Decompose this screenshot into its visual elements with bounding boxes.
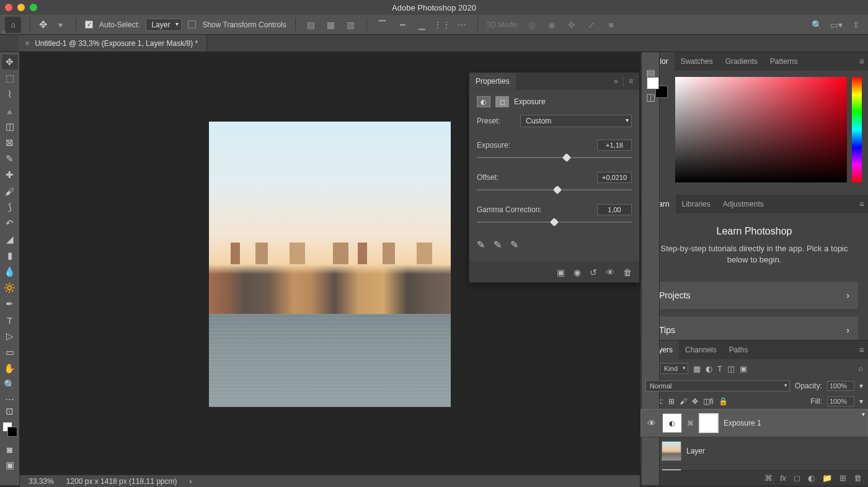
fill-value[interactable]: 100% bbox=[827, 396, 854, 406]
more-tools[interactable]: ⋯ bbox=[2, 393, 18, 404]
layer-style-icon[interactable]: fx bbox=[780, 473, 786, 483]
close-window-button[interactable] bbox=[5, 4, 12, 11]
layer-row[interactable]: 👁Layer bbox=[640, 437, 868, 465]
layer-mask-icon[interactable]: ◻ bbox=[794, 473, 800, 483]
panel-menu-icon[interactable]: ≡ bbox=[623, 77, 633, 86]
view-previous-icon[interactable]: ◉ bbox=[574, 267, 581, 277]
white-point-eyedropper-icon[interactable]: ✎ bbox=[510, 239, 518, 251]
tab-paths[interactable]: Paths bbox=[723, 341, 755, 359]
color-field[interactable] bbox=[675, 77, 847, 182]
rectangle-tool[interactable]: ▭ bbox=[2, 345, 18, 360]
filter-adjustment-icon[interactable]: ◐ bbox=[706, 364, 712, 373]
share-icon[interactable]: ⇧ bbox=[849, 18, 863, 32]
align-right-icon[interactable]: ▥ bbox=[344, 18, 358, 32]
eyedropper-tool[interactable]: ✎ bbox=[2, 151, 18, 166]
pen-tool[interactable]: ✒ bbox=[2, 297, 18, 311]
filter-type-icon[interactable]: T bbox=[717, 364, 722, 373]
marquee-tool[interactable]: ⬚ bbox=[2, 71, 18, 86]
path-select-tool[interactable]: ▷ bbox=[2, 329, 18, 344]
tab-swatches[interactable]: Swatches bbox=[675, 52, 719, 71]
move-tool-icon[interactable]: ✥ bbox=[39, 19, 47, 30]
status-zoom[interactable]: 33,33% bbox=[29, 477, 54, 486]
layer-row[interactable]: 👁◐⌘Exposure 1 bbox=[640, 409, 868, 437]
toggle-visibility-icon[interactable]: 👁 bbox=[606, 267, 614, 277]
eraser-tool[interactable]: ◢ bbox=[2, 232, 18, 247]
align-center-v-icon[interactable]: ━ bbox=[396, 18, 409, 32]
tool-preset-dropdown-icon[interactable]: ▾ bbox=[53, 18, 67, 32]
exposure-slider[interactable] bbox=[477, 154, 632, 163]
lasso-tool[interactable]: ⌇ bbox=[2, 87, 18, 102]
black-point-eyedropper-icon[interactable]: ✎ bbox=[477, 239, 485, 251]
blur-tool[interactable]: 💧 bbox=[2, 264, 18, 279]
visibility-icon[interactable]: 👁 bbox=[646, 418, 657, 428]
tab-adjustments[interactable]: Adjustments bbox=[717, 195, 770, 213]
color-panel-menu-icon[interactable]: ≡ bbox=[859, 56, 864, 66]
group-icon[interactable]: 📁 bbox=[822, 473, 832, 483]
learn-card-tips[interactable]: Tips › bbox=[650, 316, 858, 340]
link-layers-icon[interactable]: ⌘ bbox=[764, 473, 773, 483]
canvas[interactable]: Properties » ≡ ◐ ◻ Exposure Preset: Cust… bbox=[20, 52, 640, 485]
lock-artboard-icon[interactable]: ◫fi bbox=[703, 397, 714, 406]
brush-tool[interactable]: 🖌 bbox=[2, 184, 18, 199]
delete-adjustment-icon[interactable]: 🗑 bbox=[623, 267, 632, 277]
maximize-window-button[interactable] bbox=[30, 4, 37, 11]
offset-slider[interactable] bbox=[477, 187, 632, 195]
move-tool[interactable]: ✥ bbox=[2, 55, 18, 69]
clip-to-layer-icon[interactable]: ▣ bbox=[557, 267, 565, 277]
tab-libraries[interactable]: Libraries bbox=[676, 195, 717, 213]
blend-mode-dropdown[interactable]: Normal bbox=[645, 380, 790, 391]
gray-point-eyedropper-icon[interactable]: ✎ bbox=[494, 239, 502, 251]
properties-tab[interactable]: Properties bbox=[469, 73, 516, 89]
zoom-tool[interactable]: 🔍 bbox=[2, 377, 18, 392]
align-top-icon[interactable]: ▔ bbox=[376, 18, 389, 32]
quick-select-tool[interactable]: ⟁ bbox=[2, 103, 18, 118]
filter-pixel-icon[interactable]: ▦ bbox=[693, 364, 701, 373]
screen-mode-tool[interactable]: ▣ bbox=[2, 458, 18, 473]
home-button[interactable]: ⌂ bbox=[5, 17, 21, 33]
lock-all-icon[interactable]: 🔒 bbox=[719, 397, 728, 406]
align-center-h-icon[interactable]: ▦ bbox=[324, 18, 338, 32]
preset-dropdown[interactable]: Custom bbox=[520, 115, 632, 127]
filter-kind-dropdown[interactable]: Kind bbox=[660, 363, 688, 374]
opacity-value[interactable]: 100% bbox=[827, 381, 854, 391]
show-transform-checkbox[interactable] bbox=[188, 20, 196, 29]
auto-select-target-dropdown[interactable]: Layer bbox=[146, 19, 182, 31]
offset-value[interactable]: +0,0210 bbox=[597, 172, 632, 183]
reset-icon[interactable]: ↺ bbox=[590, 267, 597, 277]
gamma-slider[interactable] bbox=[477, 219, 632, 228]
hand-tool[interactable]: ✋ bbox=[2, 361, 18, 376]
gradient-tool[interactable]: ▮ bbox=[2, 248, 18, 263]
hue-slider[interactable] bbox=[852, 77, 862, 182]
quick-mask-tool[interactable]: ◙ bbox=[2, 442, 18, 457]
healing-tool[interactable]: ✚ bbox=[2, 168, 18, 182]
collapse-icon[interactable]: » bbox=[614, 77, 618, 86]
filter-toggle-icon[interactable]: ○ bbox=[858, 364, 863, 373]
tab-patterns[interactable]: Patterns bbox=[764, 52, 804, 71]
lock-image-icon[interactable]: 🖌 bbox=[680, 397, 687, 406]
fill-dropdown-icon[interactable]: ▾ bbox=[859, 397, 863, 406]
distribute-icon[interactable]: ⋮⋮ bbox=[435, 18, 449, 32]
color-swatch-fg-bg[interactable] bbox=[647, 77, 663, 93]
tab-gradients[interactable]: Gradients bbox=[719, 52, 764, 71]
search-icon[interactable]: 🔍 bbox=[810, 18, 823, 32]
close-tab-icon[interactable]: × bbox=[25, 38, 30, 48]
status-dims[interactable]: 1200 px x 1418 px (118,11 ppcm) bbox=[66, 477, 177, 486]
lock-transparency-icon[interactable]: ⊞ bbox=[668, 397, 675, 406]
auto-select-checkbox[interactable]: ✓ bbox=[85, 20, 93, 29]
delete-layer-icon[interactable]: 🗑 bbox=[854, 473, 862, 483]
layer-row[interactable]: 👁Background🔒 bbox=[640, 465, 868, 470]
learn-panel-menu-icon[interactable]: ≡ bbox=[859, 199, 864, 209]
adjustment-layer-icon[interactable]: ◐ bbox=[808, 473, 815, 483]
new-layer-icon[interactable]: ⊞ bbox=[839, 473, 846, 483]
lock-position-icon[interactable]: ✥ bbox=[692, 397, 698, 406]
dodge-tool[interactable]: 🔆 bbox=[2, 280, 18, 295]
gamma-value[interactable]: 1,00 bbox=[597, 204, 632, 215]
frame-tool[interactable]: ⊠ bbox=[2, 135, 18, 150]
type-tool[interactable]: T bbox=[2, 313, 18, 328]
color-swatches[interactable] bbox=[2, 422, 17, 437]
collapse-arrows-icon[interactable]: « bbox=[2, 29, 6, 35]
workspace-icon[interactable]: ▭▾ bbox=[830, 18, 843, 32]
history-brush-tool[interactable]: ↶ bbox=[2, 216, 18, 231]
filter-smart-icon[interactable]: ▣ bbox=[740, 364, 747, 373]
document-tab[interactable]: × Untitled-1 @ 33,3% (Exposure 1, Layer … bbox=[19, 35, 207, 51]
